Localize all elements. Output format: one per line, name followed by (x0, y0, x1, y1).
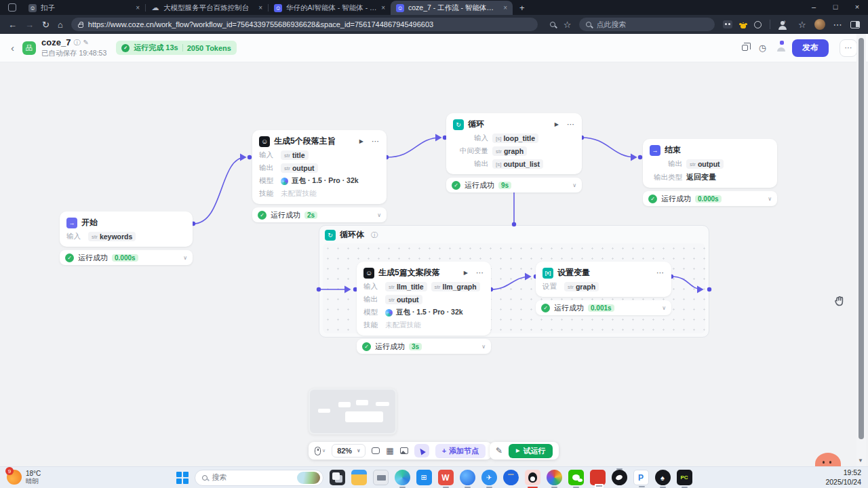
profile-avatar[interactable] (814, 19, 825, 30)
refresh-icon[interactable]: ↻ (42, 20, 50, 30)
select-tool-button[interactable] (414, 444, 429, 458)
blue-bird-app-icon[interactable]: ✈ (481, 470, 497, 485)
weather-icon: 9 (7, 470, 22, 485)
search-icon (586, 22, 591, 27)
forward-icon[interactable]: → (25, 20, 34, 30)
tab-close-icon[interactable]: × (381, 4, 385, 12)
tab-overview-icon[interactable] (8, 3, 16, 12)
start-button[interactable] (176, 472, 189, 484)
node-more-icon[interactable]: ⋯ (656, 268, 665, 277)
run-status-bar[interactable]: ✓ 运行成功 0.001s ∨ (536, 300, 671, 315)
obs-studio-icon[interactable] (612, 470, 627, 485)
home-icon[interactable]: ⌂ (58, 20, 63, 30)
header-more-button[interactable]: ⋯ (840, 39, 857, 57)
edge-browser-icon[interactable] (395, 470, 410, 485)
back-icon[interactable]: ← (8, 20, 17, 30)
node-more-icon[interactable]: ⋯ (567, 120, 575, 129)
zoom-page-icon[interactable] (550, 22, 555, 27)
auto-layout-icon[interactable]: ▦ (386, 446, 393, 455)
model-value: 豆包 · 1.5 · Pro · 32k (281, 176, 359, 186)
edit-icon[interactable]: ✎ (83, 39, 88, 46)
taskbar-clock[interactable]: 19:52 2025/10/24 (825, 468, 861, 487)
node-llm-paragraphs[interactable]: ☺ 生成5篇文案段落 ▶ ⋯ 输入 strllm_title strllm_gr… (357, 262, 491, 354)
zoom-control[interactable]: 82% ∨ (332, 444, 366, 458)
run-toolbar: ✎ ▶ 试运行 (490, 442, 559, 460)
play-icon[interactable]: ▶ (359, 138, 363, 144)
play-icon[interactable]: ▶ (464, 270, 468, 276)
extension-icon[interactable] (723, 20, 732, 28)
run-complete-badge[interactable]: ✓ 运行完成 13s 2050 Tokens (116, 41, 237, 55)
duplicate-icon[interactable] (742, 45, 748, 51)
file-explorer-icon[interactable] (351, 470, 367, 485)
debug-pen-icon[interactable]: ✎ (496, 446, 502, 455)
weather-widget[interactable]: 9 18°C晴朗 (7, 470, 41, 485)
close-button[interactable]: × (846, 0, 868, 14)
microsoft-store-icon[interactable]: ⊞ (416, 470, 432, 485)
red-o-app-icon[interactable] (590, 470, 606, 485)
favorites-star-icon[interactable]: ☆ (798, 20, 806, 30)
node-loop[interactable]: ↻ 循环 ▶ ⋯ 输入 [s]loop_title 中间变量 strgraph … (446, 113, 582, 192)
tab-close-icon[interactable]: × (503, 4, 507, 12)
run-status-bar[interactable]: ✓ 运行成功 0.000s ∨ (643, 191, 777, 206)
dark-shield-app-icon[interactable]: ♠ (655, 470, 671, 485)
qq-icon[interactable] (525, 470, 540, 485)
browser-search-box[interactable]: 点此搜索 (579, 18, 715, 31)
back-chevron-icon[interactable]: ‹ (11, 42, 14, 54)
test-run-button[interactable]: ▶ 试运行 (509, 444, 553, 458)
comment-tool-icon[interactable] (372, 447, 380, 454)
tab-bailian-console[interactable]: ☁ 大模型服务平台百炼控制台 × (146, 1, 268, 15)
quark-browser-icon[interactable] (460, 470, 475, 485)
device-app-icon[interactable] (373, 470, 389, 485)
maximize-button[interactable]: □ (825, 0, 846, 14)
run-status-bar[interactable]: ✓ 运行成功 9s ∨ (446, 178, 582, 192)
tab-kouzi[interactable]: ☺ 扣子 × (23, 1, 145, 15)
pinwheel-app-icon[interactable] (547, 470, 562, 485)
task-view-button[interactable] (330, 470, 345, 485)
wechat-icon[interactable] (568, 470, 584, 485)
new-tab-button[interactable]: + (519, 3, 525, 13)
history-clock-icon[interactable]: ◷ (759, 43, 766, 53)
run-status-bar[interactable]: ✓ 运行成功 2s ∨ (252, 207, 387, 222)
address-bar[interactable]: https://www.coze.cn/work_flow?workflow_i… (71, 18, 538, 31)
node-start[interactable]: → 开始 输入 strkeywords ✓ 运行成功 0.000s ∨ (60, 211, 193, 265)
scrollbar-thumb[interactable] (859, 38, 864, 439)
snapshot-icon[interactable] (400, 447, 408, 454)
taskbar-search-box[interactable]: 搜索 (195, 470, 323, 486)
url-text: https://www.coze.cn/work_flow?workflow_i… (88, 20, 433, 28)
bookmark-star-icon[interactable]: ☆ (564, 20, 572, 30)
add-node-button[interactable]: + 添加节点 (435, 444, 486, 458)
cookie-icon[interactable] (754, 21, 762, 28)
media-extension-icon[interactable]: ♪ (778, 21, 790, 28)
blue-circle-app-icon[interactable] (503, 470, 519, 485)
workflow-canvas[interactable]: ↻ 循环体 ⓘ (0, 62, 868, 466)
tab-close-icon[interactable]: × (258, 4, 262, 12)
node-end[interactable]: → 结束 输出 stroutput 输出类型 返回变量 ✓ 运行成功 0.000… (643, 139, 777, 206)
tab-close-icon[interactable]: × (136, 4, 140, 12)
pycharm-icon[interactable]: PC (677, 470, 692, 485)
play-icon[interactable]: ▶ (555, 121, 559, 127)
run-status-bar[interactable]: ✓ 运行成功 0.000s ∨ (60, 250, 193, 265)
p-app-icon[interactable]: P (633, 470, 649, 485)
variable-tag: strkeywords (88, 232, 136, 241)
tab-agent[interactable]: ☺ 华仔的AI智能体 - 智能体 - 扣子 × (269, 1, 391, 15)
node-llm-outline[interactable]: ☺ 生成5个段落主旨 ▶ ⋯ 输入 strtitle 输出 stroutput … (252, 130, 387, 222)
node-more-icon[interactable]: ⋯ (476, 268, 484, 277)
wps-office-icon[interactable]: W (438, 470, 454, 485)
info-icon[interactable]: ⓘ (73, 38, 80, 47)
node-set-variable[interactable]: [x] 设置变量 ⋯ 设置 strgraph ✓ 运行成功 0.001s ∨ (536, 262, 671, 315)
node-more-icon[interactable]: ⋯ (372, 137, 380, 146)
sidebar-toggle-icon[interactable] (850, 21, 860, 28)
llm-node-icon: ☺ (259, 136, 270, 147)
run-status-bar[interactable]: ✓ 运行成功 3s ∨ (357, 339, 491, 354)
collaborate-icon[interactable] (777, 43, 781, 53)
scrollbar-down-arrow[interactable]: ▼ (858, 458, 863, 464)
minimize-button[interactable]: – (803, 0, 825, 14)
interaction-mode-button[interactable]: ∨ (315, 447, 326, 455)
coze-favicon: ☺ (28, 4, 37, 12)
paw-extension-icon[interactable] (741, 24, 746, 28)
browser-menu-icon[interactable]: ⋯ (833, 20, 842, 30)
publish-button[interactable]: 发布 (792, 39, 829, 57)
tab-workflow-active[interactable]: ☺ coze_7 - 工作流 - 智能体平台 × (391, 1, 513, 15)
variable-tag: stroutput (686, 159, 724, 169)
canvas-minimap[interactable] (309, 388, 397, 434)
